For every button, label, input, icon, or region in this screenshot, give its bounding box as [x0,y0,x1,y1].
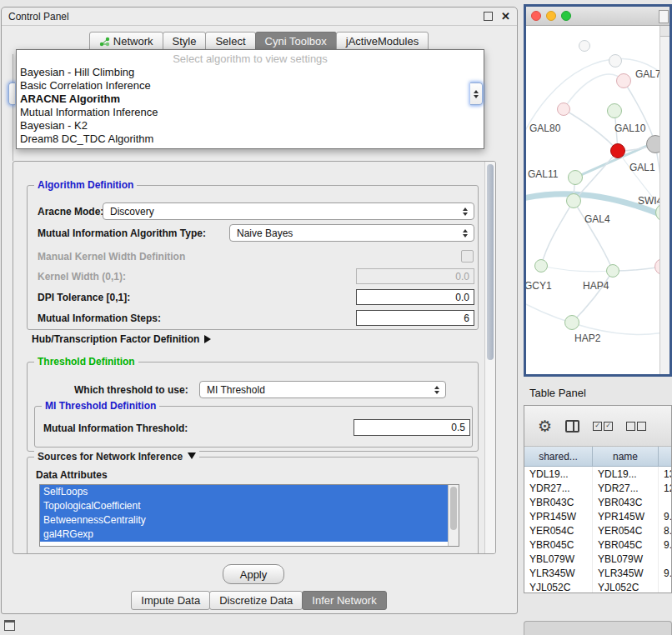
tab-network[interactable]: Network [89,32,163,51]
network-node[interactable] [564,315,579,330]
table-cell[interactable]: 9. [659,566,672,580]
scrollbar-thumb[interactable] [487,164,494,360]
mi-steps-field[interactable]: 6 [356,310,474,326]
kernel-width-field[interactable]: 0.0 [356,268,474,284]
list-item-gal4rgexp[interactable]: gal4RGexp [40,528,451,542]
scrollbar-button[interactable] [660,26,669,37]
list-item-selfloops[interactable]: SelfLoops [40,485,451,499]
which-threshold-select[interactable]: MI Threshold [199,381,446,398]
tab-infer-network[interactable]: Infer Network [302,591,386,610]
table-cell[interactable] [659,552,672,566]
mi-type-select[interactable]: Naive Bayes [229,224,474,242]
settings-scrollbar[interactable] [484,162,495,553]
minimized-panel-icon[interactable] [4,620,15,631]
columns-icon[interactable] [565,420,579,432]
tab-select[interactable]: Select [205,32,255,51]
dpi-tolerance-field[interactable]: 0.0 [356,289,474,305]
dropdown-item-basic-correlation[interactable]: Basic Correlation Inference [17,79,484,92]
table-cell[interactable]: 9. [659,538,672,552]
table-cell[interactable]: YER054C [593,523,659,538]
dropdown-item-mutual-information[interactable]: Mutual Information Inference [17,106,484,119]
float-window-icon[interactable] [484,12,493,21]
network-node[interactable] [616,73,631,88]
table-cell[interactable]: YBL079W [524,552,593,566]
table-row[interactable]: YDR27...YDR27...12 [524,481,672,495]
table-cell[interactable]: YLR345W [524,566,593,580]
column-header-name[interactable]: name [593,447,659,466]
tab-discretize-data[interactable]: Discretize Data [209,591,303,610]
table-cell[interactable]: YBR045C [524,538,593,552]
close-icon[interactable]: ✕ [501,12,510,21]
zoom-traffic-light[interactable] [561,11,571,21]
network-node[interactable] [566,193,581,208]
table-cell[interactable]: YBR043C [524,495,593,509]
list-scrollbar[interactable] [448,485,459,546]
table-cell[interactable]: YDR27... [593,481,659,495]
table-cell[interactable]: 13 [659,467,672,481]
sources-section-toggle[interactable]: Sources for Network Inference [34,451,199,462]
dropdown-item-aracne[interactable]: ARACNE Algorithm [17,92,484,106]
hub-factor-section-toggle[interactable]: Hub/Transcription Factor Definition [32,333,211,345]
scrollbar-thumb[interactable] [450,487,457,530]
algorithm-combo-fragment-left[interactable] [8,82,15,105]
table-row[interactable]: YBR045CYBR045C9. [524,538,672,552]
tab-impute-data[interactable]: Impute Data [131,591,210,610]
algorithm-combo-arrow-fragment[interactable] [470,82,483,105]
apply-button[interactable]: Apply [223,564,284,584]
table-row[interactable]: YPR145WYPR145W9. [524,509,672,523]
network-node[interactable] [557,102,570,116]
table-cell[interactable] [659,580,672,593]
table-cell[interactable]: YBR045C [593,538,659,552]
table-cell[interactable]: 8. [659,523,672,538]
tab-style[interactable]: Style [163,32,207,51]
table-cell[interactable]: YER054C [524,523,593,538]
table-cell[interactable]: YPR145W [593,509,659,523]
dropdown-item-bayesian-hill-climbing[interactable]: Bayesian - Hill Climbing [17,66,484,79]
minimize-traffic-light[interactable] [546,11,556,21]
titlebar-button[interactable] [659,10,669,23]
dropdown-item-dream8[interactable]: Dream8 DC_TDC Algorithm [17,132,484,146]
table-cell[interactable]: YDL19... [593,467,659,481]
table-cell[interactable]: YBR043C [593,495,659,509]
table-row[interactable]: YLR345WYLR345W9. [524,566,672,580]
network-scrollbar[interactable] [659,26,669,374]
table-row[interactable]: YDL19...YDL19...13 [524,467,672,481]
tab-jactivemodules[interactable]: jActiveModules [336,32,429,51]
network-canvas[interactable]: GAL7GAL80GAL10GAL1GAL11SWI4GAL4GCY1HAP4Y… [526,26,669,374]
network-node[interactable] [609,54,622,68]
mi-threshold-field[interactable]: 0.5 [354,419,470,436]
manual-kernel-checkbox[interactable] [461,250,474,262]
table-row[interactable]: YBL079WYBL079W [524,552,672,566]
table-cell[interactable]: YJL052C [524,580,593,593]
gear-icon[interactable]: ⚙ [538,418,552,434]
close-traffic-light[interactable] [531,11,541,21]
network-node[interactable] [534,259,548,272]
list-item-topologicalcoefficient[interactable]: TopologicalCoefficient [40,499,451,513]
network-window-titlebar[interactable] [526,7,669,26]
table-cell[interactable] [659,495,672,509]
table-cell[interactable]: YJL052C [593,580,659,593]
dropdown-item-bayesian-k2[interactable]: Bayesian - K2 [17,119,484,132]
table-row[interactable]: YER054CYER054C8. [524,523,672,538]
table-cell[interactable]: YLR345W [593,566,659,580]
network-node[interactable] [610,143,625,158]
deselect-columns-icon[interactable] [626,422,646,431]
network-node[interactable] [579,40,590,52]
column-header-partial[interactable] [659,447,672,466]
table-cell[interactable]: YPR145W [524,509,593,523]
aracne-mode-select[interactable]: Discovery [103,202,474,220]
table-cell[interactable]: 12 [659,481,672,495]
table-cell[interactable]: YDL19... [524,467,593,481]
tab-cyni-toolbox[interactable]: Cyni Toolbox [255,32,337,51]
column-header-shared[interactable]: shared... [524,447,593,466]
table-cell[interactable]: YBL079W [593,552,659,566]
table-cell[interactable]: YDR27... [524,481,593,495]
table-row[interactable]: YJL052CYJL052C [524,580,672,593]
table-cell[interactable]: 9. [659,509,672,523]
network-node[interactable] [568,170,583,185]
select-columns-icon[interactable]: ✓✓ [593,422,613,431]
list-item-betweennesscentrality[interactable]: BetweennessCentrality [40,513,451,528]
network-node[interactable] [607,103,622,118]
table-row[interactable]: YBR043CYBR043C [524,495,672,509]
network-node[interactable] [606,264,619,278]
